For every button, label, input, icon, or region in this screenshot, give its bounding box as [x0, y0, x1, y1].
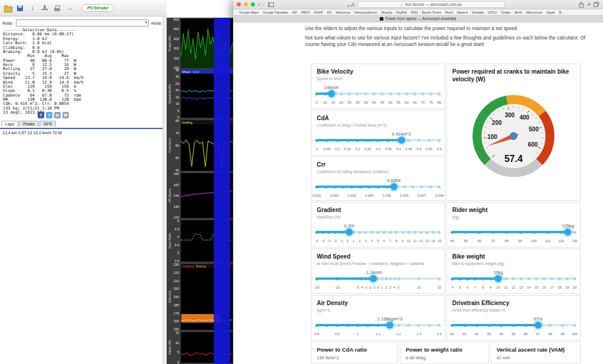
slider-dot [397, 277, 400, 280]
bookmark-item[interactable]: Google Maps [239, 11, 259, 14]
bookmark-item[interactable]: Apple [546, 11, 555, 14]
app-tab-gps[interactable]: GPS [39, 121, 57, 127]
slider-tick-label: -15 [314, 286, 319, 289]
export-icon[interactable] [65, 4, 74, 13]
slider-handle[interactable] [564, 229, 571, 236]
weights-icon[interactable] [40, 4, 49, 13]
forward-button[interactable]: › [263, 2, 264, 8]
drivetrain-efficiency-slider[interactable]: 97%90919293949596979899100 [452, 316, 575, 340]
slider-track[interactable] [317, 186, 439, 188]
bookmark-item[interactable]: PayPal [396, 11, 407, 14]
result-title: Power to CdA ratio [317, 346, 392, 353]
bookmark-item[interactable]: Macrumors [526, 11, 542, 14]
bookmark-item[interactable]: Google Translate [263, 11, 288, 14]
text-size-controls[interactable]: AA [347, 2, 354, 8]
slider-track[interactable] [317, 139, 439, 141]
card-drivetrain-efficiency: Drivetrain Efficiency Drive train effici… [446, 295, 581, 340]
bookmark-item[interactable]: BofA [515, 11, 522, 14]
app-tab-laps[interactable]: Laps [1, 121, 18, 127]
close-window-button[interactable] [237, 2, 241, 6]
note-label[interactable]: Note [151, 21, 164, 26]
slider-tick-label: 4 [371, 239, 373, 243]
pane-scrollbar[interactable] [163, 16, 167, 364]
bookmark-item[interactable]: Ruch [445, 11, 453, 14]
selection-band[interactable] [214, 18, 230, 364]
bookmark-item[interactable]: Schwab [472, 11, 483, 14]
print-icon[interactable] [52, 4, 62, 13]
bike-velocity-slider[interactable]: 14km/h5101520253035404550556065707580 [317, 85, 439, 108]
slider-track[interactable] [452, 277, 575, 280]
app-tab-peaks[interactable]: Peaks [19, 121, 38, 127]
slider-tick-label: 1 [381, 286, 383, 289]
slider-track[interactable] [317, 231, 439, 233]
bookmark-item[interactable]: Shopify [381, 11, 392, 14]
toolbar-icons [3, 4, 74, 13]
bookmark-item[interactable]: Velocomp [336, 11, 350, 14]
slider-dot [558, 277, 561, 280]
card-subtitle: Drive train efficiency losses % [452, 308, 575, 312]
facebook-share-icon[interactable]: f [38, 112, 44, 118]
slider-handle[interactable] [346, 229, 353, 236]
back-button[interactable]: ‹ [258, 2, 260, 8]
minimize-window-button[interactable] [244, 2, 248, 6]
gradient-slider[interactable]: 0.3%-5-4-3-2-10123456789101112131415 [317, 223, 439, 247]
bookmark-item[interactable]: News ▾ [457, 11, 468, 14]
slider-handle[interactable] [535, 322, 542, 329]
bookmark-item[interactable]: AIF [292, 11, 297, 14]
slider-handle[interactable] [495, 275, 502, 282]
linkedin-share-icon[interactable]: in [54, 112, 61, 118]
slider-handle[interactable] [390, 183, 397, 190]
bookmark-item[interactable]: Chase [501, 11, 511, 14]
browser-tab[interactable]: Power from speed — Aerocoach Australia [233, 15, 603, 22]
open-folder-icon[interactable] [3, 4, 12, 13]
wind-speed-slider[interactable]: -1.1km/h-15-10-5-4-3-2-10123451015 [317, 270, 439, 293]
slider-track[interactable] [317, 92, 439, 95]
slider-tick-label: 0.6 [437, 147, 442, 151]
rider-weight-slider[interactable]: 125kg405060708090100110120130 [452, 223, 575, 247]
crr-slider[interactable]: 0.00540.0010.0020.0030.0040.0050.0060.00… [317, 178, 439, 201]
slider-track[interactable] [317, 277, 439, 280]
twitter-share-icon[interactable]: t [46, 112, 52, 118]
chart-y-ticks: 54.543.532.5 [172, 219, 180, 263]
zoom-window-button[interactable] [251, 2, 255, 6]
slider-dot [488, 324, 491, 327]
card-title: Gradient [317, 207, 439, 213]
slider-tick-label: 40 [450, 239, 454, 243]
slider-track[interactable] [317, 324, 439, 326]
slider-handle[interactable] [370, 275, 377, 282]
pcstroke-logo[interactable]: PCStroke [82, 4, 114, 12]
ride-select[interactable] [16, 19, 149, 27]
tab-overview-icon[interactable] [594, 2, 599, 7]
address-bar[interactable]: ⚠ Not Secure — aerocoach.com.au [357, 1, 505, 8]
bookmark-item[interactable]: Epoch Times [422, 11, 441, 14]
sidebar-icon[interactable] [268, 2, 274, 7]
slider-handle[interactable] [386, 322, 393, 329]
cda-slider[interactable]: 0.414m^200.050.10.150.20.250.30.350.40.4… [317, 131, 439, 155]
bookmark-item[interactable]: KSAP [314, 11, 323, 14]
slider-handle[interactable] [328, 90, 335, 97]
slider-tick-label: 0.006 [400, 194, 409, 197]
bookmark-item[interactable]: KS [327, 11, 331, 14]
bookmark-item[interactable]: FBVC [302, 11, 310, 14]
card-gradient: Gradient Rise/Run (%) 0.3%-5-4-3-2-10123… [311, 202, 445, 247]
chart-y-ticks: 8070605040 [172, 119, 180, 172]
tab-favicon [380, 17, 383, 21]
ride-charts-panel[interactable]: Power (W)600500400300200100Speed (km/h)3… [167, 18, 233, 364]
share-icon[interactable] [578, 1, 584, 8]
air-density-slider[interactable]: 1.158kg/m^30.80.911.11.21.31.4 [317, 316, 439, 340]
bookmark-item[interactable]: B… [559, 11, 564, 14]
slider-handle[interactable] [398, 137, 405, 144]
slider-tick-label: 97 [536, 332, 539, 336]
bookmark-item[interactable]: WSJ [411, 11, 418, 14]
save-icon[interactable] [15, 4, 25, 13]
bookmark-item[interactable]: Velocompforum [354, 11, 377, 14]
email-share-icon[interactable]: ✉ [62, 112, 69, 118]
slider-track[interactable] [452, 324, 575, 326]
slider-track[interactable] [452, 231, 575, 233]
bike-weight-slider[interactable]: 10kg4567891011121314151617181920 [452, 270, 575, 293]
import-icon[interactable] [28, 4, 37, 13]
card-vam: Vertical ascent rate (VAM) 42 m/h [491, 342, 581, 364]
bookmark-item[interactable]: UFCU [488, 11, 497, 14]
new-tab-button[interactable]: + [587, 2, 591, 8]
slider-dot [327, 231, 330, 234]
